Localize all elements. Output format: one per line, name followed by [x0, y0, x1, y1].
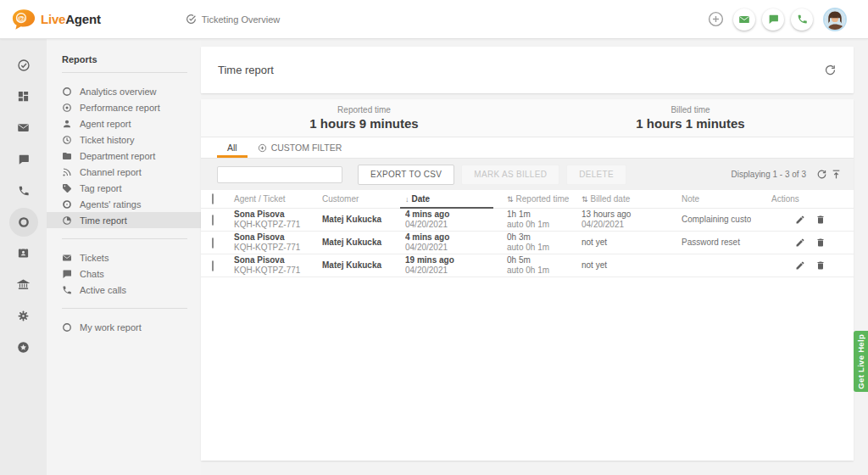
- tab-custom-filter[interactable]: CUSTOM FILTER: [248, 137, 353, 158]
- channels-menu: Tickets Chats Active calls: [47, 249, 201, 298]
- rail-item-calls[interactable]: [0, 175, 47, 206]
- title-card: Time report: [201, 47, 854, 93]
- note-text: Complaining customer, hard t: [682, 209, 751, 231]
- export-csv-button[interactable]: EXPORT TO CSV: [358, 165, 454, 185]
- table-row[interactable]: Sona PisovaKQH-KQTPZ-771 Matej Kukucka 1…: [201, 254, 854, 277]
- new-call-button[interactable]: [791, 8, 813, 31]
- sidebar-item-analytics-overview[interactable]: Analytics overview: [47, 83, 201, 99]
- scroll-to-top-icon[interactable]: [831, 169, 842, 180]
- column-date[interactable]: ↓ Date: [405, 190, 507, 208]
- table-row[interactable]: Sona PisovaKQH-KQTPZ-771 Matej Kukucka 4…: [201, 209, 854, 232]
- check-circle-icon: [186, 14, 197, 25]
- rail-item-reports[interactable]: [0, 206, 47, 238]
- filter-input[interactable]: [217, 166, 342, 183]
- row-checkbox[interactable]: [212, 215, 214, 226]
- rail-item-dashboard[interactable]: [0, 81, 47, 112]
- rail-item-resolve[interactable]: [0, 49, 47, 81]
- new-email-button[interactable]: [733, 8, 755, 31]
- mark-as-billed-button[interactable]: MARK AS BILLED: [461, 165, 559, 185]
- sidebar-item-active-calls[interactable]: Active calls: [47, 282, 201, 298]
- delete-icon[interactable]: [815, 260, 826, 271]
- select-all-checkbox[interactable]: [212, 193, 214, 204]
- add-filter-icon: [258, 143, 267, 153]
- logo-bubble-icon: @: [12, 8, 36, 30]
- sidebar-item-agent-report[interactable]: Agent report: [47, 115, 201, 131]
- sidebar-section-title: Reports: [47, 54, 201, 64]
- edit-icon[interactable]: [795, 238, 805, 248]
- table-row[interactable]: Sona PisovaKQH-KQTPZ-771 Matej Kukucka 4…: [201, 232, 854, 254]
- empty-table-area: [201, 277, 854, 461]
- top-bar: @ LiveAgent Ticketing Overview: [0, 0, 868, 39]
- reported-time-stat: Reported time 1 hours 9 minutes: [201, 99, 527, 137]
- column-note[interactable]: Note: [682, 190, 751, 208]
- rail-item-tickets[interactable]: [0, 112, 47, 143]
- note-text: [682, 254, 751, 277]
- row-checkbox[interactable]: [212, 260, 214, 271]
- rail-item-billing[interactable]: [0, 269, 47, 300]
- refresh-icon[interactable]: [824, 64, 837, 76]
- user-avatar[interactable]: [823, 8, 847, 31]
- add-button[interactable]: [704, 8, 726, 31]
- column-reported-time[interactable]: ⇅ Reported time: [507, 190, 581, 208]
- rail-item-upgrade[interactable]: [0, 332, 47, 363]
- get-live-help-button[interactable]: Get Live Help: [854, 331, 868, 392]
- sidebar-item-chats[interactable]: Chats: [47, 265, 201, 282]
- sidebar-item-tickets[interactable]: Tickets: [47, 249, 201, 265]
- column-billed-date[interactable]: ⇅ Billed date: [581, 190, 682, 208]
- sidebar-item-ticket-history[interactable]: Ticket history: [47, 131, 201, 148]
- nav-label: Ticketing Overview: [202, 14, 281, 25]
- delete-icon[interactable]: [815, 215, 826, 225]
- sort-toggle-icon: ⇅: [581, 195, 588, 204]
- column-customer[interactable]: Customer: [322, 190, 405, 208]
- divider: [62, 72, 187, 73]
- refresh-list-icon[interactable]: [816, 169, 827, 180]
- nav-ticketing-overview[interactable]: Ticketing Overview: [186, 14, 281, 25]
- sidebar-item-department-report[interactable]: Department report: [47, 148, 201, 164]
- table-toolbar: EXPORT TO CSV MARK AS BILLED DELETE Disp…: [201, 159, 854, 190]
- delete-icon[interactable]: [815, 238, 826, 248]
- top-actions: [704, 8, 847, 31]
- reports-sidebar: Reports Analytics overview Performance r…: [47, 39, 201, 475]
- divider: [62, 308, 187, 309]
- summary-stats: Reported time 1 hours 9 minutes Billed t…: [201, 99, 854, 137]
- column-actions: Actions: [751, 190, 854, 208]
- report-card: Reported time 1 hours 9 minutes Billed t…: [201, 99, 854, 461]
- sidebar-item-tag-report[interactable]: Tag report: [47, 180, 201, 196]
- edit-icon[interactable]: [795, 260, 805, 271]
- delete-button[interactable]: DELETE: [566, 165, 626, 185]
- rail-item-chats[interactable]: [0, 143, 47, 175]
- new-chat-button[interactable]: [762, 8, 784, 31]
- row-checkbox[interactable]: [212, 238, 214, 249]
- sort-desc-icon: ↓: [405, 195, 409, 204]
- sidebar-item-agents-ratings[interactable]: Agents' ratings: [47, 196, 201, 212]
- billed-time-stat: Billed time 1 hours 1 minutes: [527, 99, 854, 137]
- note-text: Password reset: [682, 232, 751, 254]
- my-work-menu: My work report: [47, 319, 201, 335]
- sidebar-item-time-report[interactable]: Time report: [47, 212, 201, 228]
- reports-menu: Analytics overview Performance report Ag…: [47, 83, 201, 228]
- sidebar-item-my-work-report[interactable]: My work report: [47, 319, 201, 335]
- liveagent-logo[interactable]: @ LiveAgent: [12, 8, 101, 30]
- logo-text: LiveAgent: [41, 12, 101, 26]
- edit-icon[interactable]: [795, 215, 805, 225]
- table-header: Agent / Ticket Customer ↓ Date ⇅ Reporte…: [201, 190, 854, 209]
- rail-item-customers[interactable]: [0, 238, 47, 269]
- icon-rail: [0, 39, 47, 475]
- filter-tabs: All CUSTOM FILTER: [201, 137, 854, 159]
- rail-item-settings[interactable]: [0, 300, 47, 332]
- sort-toggle-icon: ⇅: [507, 195, 514, 204]
- sidebar-item-channel-report[interactable]: Channel report: [47, 164, 201, 180]
- svg-text:@: @: [17, 14, 25, 23]
- page-title: Time report: [218, 64, 274, 76]
- sidebar-item-performance-report[interactable]: Performance report: [47, 99, 201, 115]
- displaying-count: Displaying 1 - 3 of 3: [732, 170, 806, 179]
- column-agent-ticket[interactable]: Agent / Ticket: [234, 190, 322, 208]
- main-content: Time report Reported time 1 hours 9 minu…: [201, 39, 854, 475]
- tab-all[interactable]: All: [217, 137, 248, 158]
- divider: [62, 238, 187, 239]
